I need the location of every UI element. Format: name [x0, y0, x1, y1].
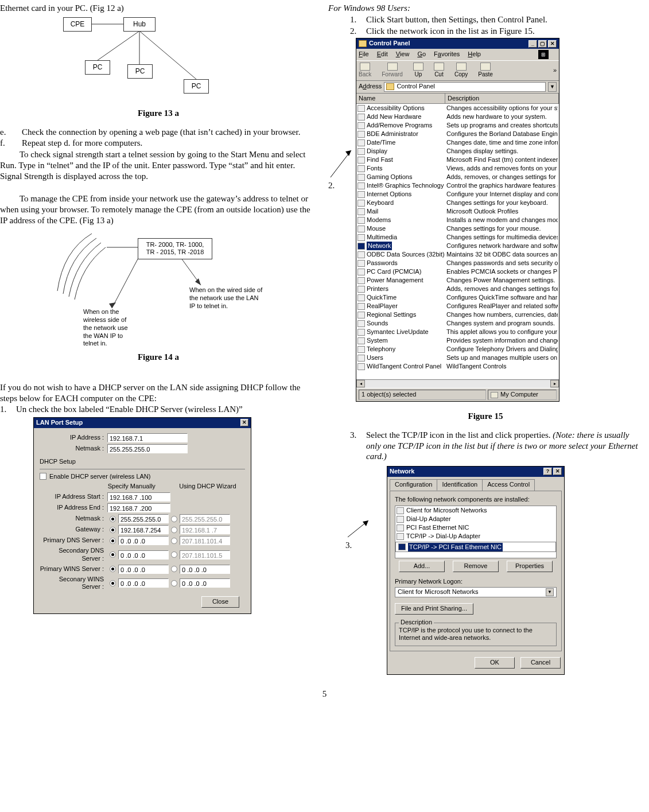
menu-edit[interactable]: Edit — [377, 50, 388, 59]
pdns-manual-input[interactable]: 0 .0 .0 .0 — [118, 536, 169, 545]
ip-end-input[interactable]: 192.168.7 .200 — [107, 503, 170, 512]
col-name[interactable]: Name — [356, 94, 445, 104]
tab-configuration[interactable]: Configuration — [390, 479, 437, 491]
pwins-radio-wizard[interactable] — [171, 566, 177, 572]
netmask-radio-manual[interactable] — [110, 516, 116, 522]
list-item[interactable]: UsersSets up and manages multiple users … — [356, 353, 559, 362]
close-button[interactable]: Close — [201, 596, 239, 608]
netmask-wizard-input[interactable]: 255.255.255.0 — [180, 514, 230, 523]
scroll-track[interactable] — [365, 380, 550, 388]
cp-list[interactable]: Accessibility OptionsChanges accessibili… — [356, 104, 559, 379]
pwins-manual-input[interactable]: 0 .0 .0 .0 — [118, 565, 169, 574]
tb-forward[interactable]: Forward — [382, 63, 403, 79]
scroll-left-icon[interactable]: ◂ — [356, 380, 365, 387]
pdns-wizard-input[interactable]: 207.181.101.4 — [180, 536, 230, 545]
cp-scrollbar[interactable]: ◂ ▸ — [356, 379, 559, 388]
add-button[interactable]: Add... — [399, 561, 445, 572]
pdns-radio-manual[interactable] — [110, 538, 116, 544]
file-print-sharing-button[interactable]: File and Print Sharing... — [395, 603, 473, 615]
list-item[interactable]: NetworkConfigures network hardware and s… — [356, 242, 559, 250]
menu-help[interactable]: Help — [468, 50, 481, 59]
netmask-input[interactable]: 255.255.255.0 — [107, 444, 188, 453]
gateway-radio-manual[interactable] — [110, 527, 116, 533]
maximize-icon[interactable]: ▢ — [538, 40, 547, 48]
tb-up[interactable]: Up — [413, 63, 423, 79]
minimize-icon[interactable]: _ — [528, 40, 537, 48]
list-item[interactable]: Client for Microsoft Networks — [395, 506, 556, 515]
menu-favorites[interactable]: Favorites — [434, 50, 460, 59]
dialog-titlebar[interactable]: LAN Port Setup ✕ — [34, 418, 251, 428]
list-item[interactable]: PCI Fast Ethernet NIC — [395, 523, 556, 532]
tb-copy[interactable]: Copy — [454, 63, 468, 79]
pwins-radio-manual[interactable] — [110, 566, 116, 572]
cp-titlebar[interactable]: Control Panel _ ▢ ✕ — [356, 38, 559, 49]
list-item[interactable]: Add/Remove ProgramsSets up programs and … — [356, 121, 559, 130]
list-item[interactable]: ODBC Data Sources (32bit)Maintains 32 bi… — [356, 250, 559, 259]
net-titlebar[interactable]: Network ? ✕ — [387, 467, 564, 477]
list-item[interactable]: RealPlayerConfigures RealPlayer and rela… — [356, 302, 559, 310]
list-item[interactable]: SystemProvides system information and ch… — [356, 336, 559, 345]
sdns-wizard-input[interactable]: 207.181.101.5 — [180, 550, 230, 560]
gateway-radio-wizard[interactable] — [171, 527, 177, 533]
list-item[interactable]: File and printer sharing for Microsoft N… — [395, 558, 556, 558]
remove-button[interactable]: Remove — [453, 561, 499, 572]
properties-button[interactable]: Properties — [507, 561, 553, 572]
col-description[interactable]: Description — [445, 94, 559, 104]
list-item[interactable]: Dial-Up Adapter — [395, 515, 556, 523]
tab-access-control[interactable]: Access Control — [482, 479, 535, 491]
enable-dhcp-checkbox[interactable] — [40, 473, 46, 480]
gateway-wizard-input[interactable]: 192.168.1 .7 — [180, 525, 230, 534]
close-icon[interactable]: ✕ — [240, 419, 248, 426]
list-item[interactable]: MailMicrosoft Outlook Profiles — [356, 207, 559, 216]
close-icon[interactable]: ✕ — [548, 40, 557, 48]
list-item[interactable]: TCP/IP -> PCI Fast Ethernet NIC — [395, 542, 556, 552]
tab-identification[interactable]: Identification — [437, 479, 483, 491]
chevron-right-icon[interactable]: » — [553, 67, 557, 75]
list-item[interactable]: Accessibility OptionsChanges accessibili… — [356, 104, 559, 112]
scroll-right-icon[interactable]: ▸ — [550, 380, 559, 387]
gateway-manual-input[interactable]: 192.168.7.254 — [118, 525, 169, 534]
chevron-down-icon[interactable]: ▼ — [546, 588, 554, 596]
components-list[interactable]: Client for Microsoft NetworksDial-Up Ada… — [395, 506, 557, 558]
close-icon[interactable]: ✕ — [553, 468, 562, 475]
cp-menubar[interactable]: FFileile Edit View Go Favorites Help ⊞ — [356, 49, 559, 60]
sdns-radio-wizard[interactable] — [171, 551, 177, 558]
list-item[interactable]: WildTangent Control PanelWildTangent Con… — [356, 362, 559, 371]
help-icon[interactable]: ? — [543, 468, 552, 475]
address-input[interactable]: Control Panel — [384, 82, 546, 92]
swins-radio-manual[interactable] — [110, 580, 116, 586]
chevron-down-icon[interactable]: ▼ — [548, 82, 557, 92]
list-item[interactable]: MouseChanges settings for your mouse. — [356, 224, 559, 233]
sdns-manual-input[interactable]: 0 .0 .0 .0 — [118, 550, 169, 560]
list-item[interactable]: PrintersAdds, removes and changes settin… — [356, 285, 559, 293]
list-item[interactable]: Add New HardwareAdds new hardware to you… — [356, 112, 559, 121]
list-item[interactable]: Power ManagementChanges Power Management… — [356, 276, 559, 285]
list-item[interactable]: PasswordsChanges passwords and sets secu… — [356, 259, 559, 267]
tb-paste[interactable]: Paste — [478, 63, 493, 79]
cp-column-headers[interactable]: Name Description — [356, 94, 559, 104]
tb-cut[interactable]: Cut — [434, 63, 444, 79]
ip-start-input[interactable]: 192.168.7 .100 — [107, 492, 170, 502]
swins-wizard-input[interactable]: 0 .0 .0 .0 — [180, 578, 230, 588]
primary-logon-select[interactable]: Client for Microsoft Networks ▼ — [395, 587, 557, 597]
sdns-radio-manual[interactable] — [110, 551, 116, 558]
list-item[interactable]: Intel® Graphics TechnologyControl the gr… — [356, 181, 559, 190]
cancel-button[interactable]: Cancel — [520, 657, 561, 669]
list-item[interactable]: MultimediaChanges settings for multimedi… — [356, 233, 559, 242]
netmask-radio-wizard[interactable] — [171, 516, 177, 522]
list-item[interactable]: Gaming OptionsAdds, removes, or changes … — [356, 173, 559, 181]
menu-go[interactable]: Go — [417, 50, 426, 59]
menu-view[interactable]: View — [396, 50, 410, 59]
list-item[interactable]: Date/TimeChanges date, time and time zon… — [356, 138, 559, 147]
list-item[interactable]: SoundsChanges system and program sounds. — [356, 319, 559, 328]
swins-radio-wizard[interactable] — [171, 580, 177, 586]
pdns-radio-wizard[interactable] — [171, 538, 177, 544]
list-item[interactable]: KeyboardChanges settings for your keyboa… — [356, 199, 559, 207]
list-item[interactable]: FontsViews, adds and removes fonts on yo… — [356, 164, 559, 173]
list-item[interactable]: DisplayChanges display settings. — [356, 147, 559, 156]
list-item[interactable]: ModemsInstalls a new modem and changes m… — [356, 216, 559, 224]
ip-address-input[interactable]: 192.168.7.1 — [107, 433, 188, 442]
list-item[interactable]: PC Card (PCMCIA)Enables PCMCIA sockets o… — [356, 267, 559, 276]
list-item[interactable]: TCP/IP -> Dial-Up Adapter — [395, 532, 556, 541]
tb-back[interactable]: Back — [359, 63, 371, 79]
